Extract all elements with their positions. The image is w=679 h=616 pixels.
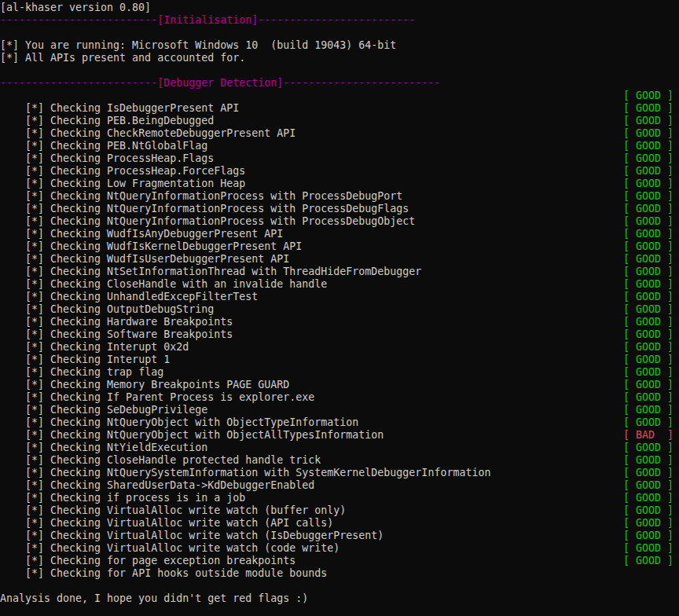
check-row: [*] Checking NtSetInformationThread with… bbox=[0, 253, 679, 266]
check-status: [ GOOD ] bbox=[623, 404, 673, 416]
checks-list: [*] Checking IsDebuggerPresent API [ GOO… bbox=[0, 90, 679, 567]
check-status: [ GOOD ] bbox=[623, 328, 673, 341]
check-status: [ GOOD ] bbox=[623, 278, 673, 291]
os-info-line: [*] You are running: Microsoft Windows 1… bbox=[0, 39, 679, 52]
check-status: [ GOOD ] bbox=[623, 140, 673, 152]
check-status: [ BAD ] bbox=[623, 429, 673, 442]
check-status: [ GOOD ] bbox=[623, 366, 673, 379]
check-status: [ GOOD ] bbox=[623, 215, 673, 228]
check-row: [*] Checking Software Breakpoints [ GOOD… bbox=[0, 316, 679, 328]
check-status: [ GOOD ] bbox=[623, 517, 673, 530]
check-row: [*] Checking ProcessHeap.ForceFlags [ GO… bbox=[0, 152, 679, 165]
check-row: [*] Checking CheckRemoteDebuggerPresent … bbox=[0, 115, 679, 127]
check-status: [ GOOD ] bbox=[623, 467, 673, 479]
check-row: [*] Checking PEB.NtGlobalFlag [ GOOD ] bbox=[0, 127, 679, 140]
check-status: [ GOOD ] bbox=[623, 492, 673, 504]
check-row: [*] Checking if process is in a job [ GO… bbox=[0, 479, 679, 492]
check-status: [ GOOD ] bbox=[623, 165, 673, 178]
check-status: [ GOOD ] bbox=[623, 266, 673, 278]
check-row: [*] Checking ProcessHeap.Flags [ GOOD ] bbox=[0, 140, 679, 152]
check-row: [*] Checking Hardware Breakpoints [ GOOD… bbox=[0, 303, 679, 316]
terminal-window: [al-khaser version 0.80] ---------------… bbox=[0, 0, 679, 616]
check-row: [*] Checking SeDebugPrivilege [ GOOD ] bbox=[0, 391, 679, 404]
apis-info-line: [*] All APIs present and accounted for. bbox=[0, 52, 679, 64]
check-row: [*] Checking WudfIsAnyDebuggerPresent AP… bbox=[0, 215, 679, 228]
check-status: [ GOOD ] bbox=[623, 555, 673, 567]
check-status: [ GOOD ] bbox=[623, 203, 673, 215]
check-row: [*] Checking CloseHandle with an invalid… bbox=[0, 266, 679, 278]
check-status: [ GOOD ] bbox=[623, 542, 673, 555]
blank-line bbox=[0, 567, 679, 580]
check-row: [*] Checking NtQueryObject with ObjectTy… bbox=[0, 404, 679, 416]
check-row: [*] Checking NtYieldExecution [ BAD ] bbox=[0, 429, 679, 442]
check-row: [*] Checking CloseHandle protected handl… bbox=[0, 442, 679, 454]
check-status: [ GOOD ] bbox=[623, 316, 673, 328]
check-status: [ GOOD ] bbox=[623, 479, 673, 492]
check-row: [*] Checking SharedUserData->KdDebuggerE… bbox=[0, 467, 679, 479]
check-row: [*] Checking UnhandledExcepFilterTest [ … bbox=[0, 278, 679, 291]
check-row: [*] Checking NtQueryObject with ObjectAl… bbox=[0, 416, 679, 429]
check-row: [*] Checking IsDebuggerPresent API [ GOO… bbox=[0, 90, 679, 102]
blank-line bbox=[0, 580, 679, 592]
check-status: [ GOOD ] bbox=[623, 240, 673, 253]
check-status: [ GOOD ] bbox=[623, 379, 673, 391]
check-row: [*] Checking If Parent Process is explor… bbox=[0, 379, 679, 391]
check-status: [ GOOD ] bbox=[623, 90, 673, 102]
blank-line bbox=[0, 605, 679, 616]
analysis-done-line: Analysis done, I hope you didn't get red… bbox=[0, 592, 679, 605]
check-status: [ GOOD ] bbox=[623, 127, 673, 140]
version-line: [al-khaser version 0.80] bbox=[0, 2, 679, 14]
check-row: [*] Checking Low Fragmentation Heap [ GO… bbox=[0, 165, 679, 178]
check-row: [*] Checking NtQueryInformationProcess w… bbox=[0, 178, 679, 190]
check-row: [*] Checking for page exception breakpoi… bbox=[0, 542, 679, 555]
check-status: [ GOOD ] bbox=[623, 504, 673, 517]
check-status: [ GOOD ] bbox=[623, 152, 673, 165]
check-status: [ GOOD ] bbox=[623, 303, 673, 316]
section-header-initialisation: -------------------------[Initialisation… bbox=[0, 14, 679, 27]
blank-line bbox=[0, 27, 679, 39]
check-row: [*] Checking OutputDebugString [ GOOD ] bbox=[0, 291, 679, 303]
check-status: [ GOOD ] bbox=[623, 228, 673, 240]
check-status: [ GOOD ] bbox=[623, 454, 673, 467]
check-status: [ GOOD ] bbox=[623, 416, 673, 429]
check-row: [*] Checking for API hooks outside modul… bbox=[0, 555, 679, 567]
check-row: [*] Checking NtQueryInformationProcess w… bbox=[0, 203, 679, 215]
check-row: [*] Checking Interupt 1 [ GOOD ] bbox=[0, 341, 679, 354]
check-row: [*] Checking NtQueryInformationProcess w… bbox=[0, 190, 679, 203]
check-row: [*] Checking PEB.BeingDebugged [ GOOD ] bbox=[0, 102, 679, 115]
check-row: [*] Checking Interupt 0x2d [ GOOD ] bbox=[0, 328, 679, 341]
check-status: [ GOOD ] bbox=[623, 391, 673, 404]
check-status: [ GOOD ] bbox=[623, 354, 673, 366]
section-header-debugger-detection: -------------------------[Debugger Detec… bbox=[0, 77, 679, 90]
check-status: [ GOOD ] bbox=[623, 530, 673, 542]
check-status: [ GOOD ] bbox=[623, 178, 673, 190]
check-status: [ GOOD ] bbox=[623, 253, 673, 266]
check-row: [*] Checking VirtualAlloc write watch (A… bbox=[0, 504, 679, 517]
check-row: [*] Checking VirtualAlloc write watch (c… bbox=[0, 530, 679, 542]
blank-line bbox=[0, 64, 679, 77]
check-status: [ GOOD ] bbox=[623, 291, 673, 303]
check-row: [*] Checking VirtualAlloc write watch (b… bbox=[0, 492, 679, 504]
check-row: [*] Checking WudfIsKernelDebuggerPresent… bbox=[0, 228, 679, 240]
check-status: [ GOOD ] bbox=[623, 190, 673, 203]
check-row: [*] Checking VirtualAlloc write watch (I… bbox=[0, 517, 679, 530]
check-row: [*] Checking WudfIsUserDebuggerPresent A… bbox=[0, 240, 679, 253]
check-status: [ GOOD ] bbox=[623, 341, 673, 354]
check-status: [ GOOD ] bbox=[623, 442, 673, 454]
check-status: [ GOOD ] bbox=[623, 115, 673, 127]
check-status: [ GOOD ] bbox=[623, 102, 673, 115]
check-row: [*] Checking trap flag [ GOOD ] bbox=[0, 354, 679, 366]
check-row: [*] Checking NtQuerySystemInformation wi… bbox=[0, 454, 679, 467]
check-row: [*] Checking Memory Breakpoints PAGE GUA… bbox=[0, 366, 679, 379]
